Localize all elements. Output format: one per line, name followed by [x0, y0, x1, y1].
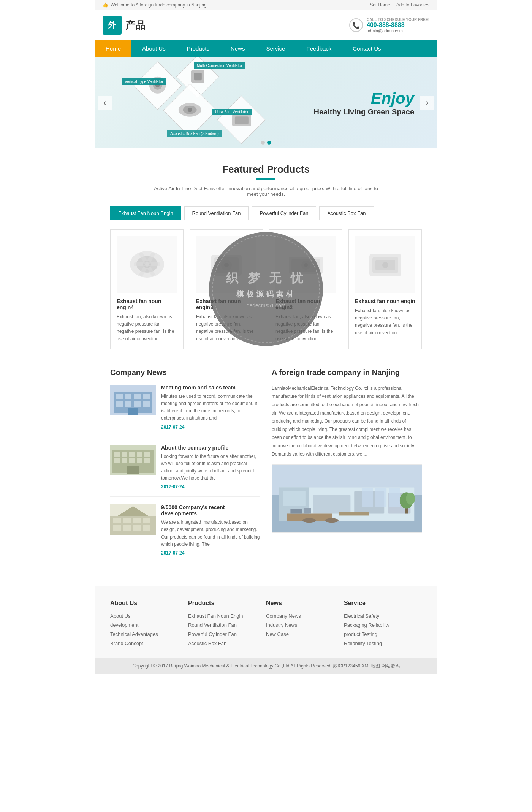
footer-col-news: News Company News Industry News New Case [266, 600, 344, 649]
footer-link-item[interactable]: Electrical Safety [344, 613, 422, 619]
nav-link-home[interactable]: Home [95, 40, 131, 57]
nav-item-products[interactable]: Products [176, 40, 220, 57]
footer-link-item[interactable]: New Case [266, 631, 344, 637]
product-desc-2: Exhaust fan, also known as negative pres… [196, 313, 256, 343]
footer-link-item[interactable]: Company News [266, 613, 344, 619]
product-card-3: Exhaust fan noun engin2 Exhaust fan, als… [269, 229, 342, 349]
nav-link-about[interactable]: About Us [131, 40, 176, 57]
topbar: 👍 Welcome to A foreign trade company in … [95, 0, 437, 10]
tab-round[interactable]: Round Ventilation Fan [184, 206, 249, 220]
nav-item-about[interactable]: About Us [131, 40, 176, 57]
email-text: admin@admin.com [367, 29, 429, 33]
label-vertical: Vertical Type Ventilator [122, 78, 166, 85]
news-item-text-3: We are a integrated manufacture,based on… [161, 519, 260, 548]
tab-exhaust[interactable]: Exhaust Fan Noun Engin [110, 206, 181, 220]
svg-rect-56 [133, 518, 141, 523]
about-title: A foreign trade company in Nanjing [272, 368, 422, 377]
footer-link[interactable]: Exhaust Fan Noun Engin [188, 613, 243, 619]
svg-rect-72 [339, 512, 369, 516]
hero-dot-2[interactable] [267, 141, 271, 145]
footer-link-item[interactable]: Brand Concept [110, 640, 188, 646]
footer-link[interactable]: Company News [266, 613, 301, 619]
svg-rect-38 [128, 408, 138, 415]
tab-cylinder[interactable]: Powerful Cylinder Fan [252, 206, 316, 220]
news-item-date-1: 2017-07-24 [161, 424, 260, 430]
hero-content: Vertical Type Ventilator Multi-Connectio… [95, 61, 437, 145]
thumb-icon: 👍 [103, 2, 108, 8]
svg-rect-54 [113, 518, 121, 523]
svg-rect-30 [116, 394, 123, 399]
nav-link-feedback[interactable]: Feedback [296, 40, 342, 57]
footer-col-list-news: Company News Industry News New Case [266, 613, 344, 637]
footer-link[interactable]: New Case [266, 631, 289, 637]
nav-item-service[interactable]: Service [255, 40, 296, 57]
footer-link[interactable]: product Testing [344, 631, 377, 637]
nav-item-contact[interactable]: Contact Us [342, 40, 391, 57]
nav-link-service[interactable]: Service [255, 40, 296, 57]
footer-link-item[interactable]: development [110, 622, 188, 628]
slider-next-button[interactable]: › [420, 96, 434, 110]
footer-link[interactable]: development [110, 622, 138, 628]
footer-link[interactable]: Packaging Reliability [344, 622, 390, 628]
product-card-2: Exhaust fan noun engin3 Exhaust fan, als… [190, 229, 263, 349]
about-desc: LanniaoMechanicalElectrical Technology C… [272, 385, 422, 458]
footer-col-title-about: About Us [110, 600, 188, 607]
footer-link-item[interactable]: Packaging Reliability [344, 622, 422, 628]
svg-rect-80 [362, 488, 373, 507]
logo[interactable]: 外 产品 [103, 16, 145, 35]
footer-link[interactable]: Electrical Safety [344, 613, 379, 619]
footer-link[interactable]: Reliability Testing [344, 640, 382, 646]
hero-dot-1[interactable] [261, 141, 265, 145]
footer-link[interactable]: Round Ventilation Fan [188, 622, 237, 628]
svg-rect-68 [313, 495, 351, 513]
footer-link-item[interactable]: Reliability Testing [344, 640, 422, 646]
slider-prev-button[interactable]: ‹ [98, 96, 112, 110]
product-desc-3: Exhaust fan, also known as negative pres… [276, 313, 336, 343]
footer-link-item[interactable]: Technical Advantages [110, 631, 188, 637]
svg-point-76 [325, 518, 339, 523]
footer-link-item[interactable]: Round Ventilation Fan [188, 622, 266, 628]
footer-col-title-news: News [266, 600, 344, 607]
footer-link-item[interactable]: Industry News [266, 622, 344, 628]
footer-link-item[interactable]: Exhaust Fan Noun Engin [188, 613, 266, 619]
contact-info: CALL TO SCHEDULE YOUR FREE! 400-888-8888… [367, 17, 429, 33]
welcome-text: Welcome to A foreign trade company in Na… [111, 2, 207, 8]
nav-item-feedback[interactable]: Feedback [296, 40, 342, 57]
footer-link-item[interactable]: About Us [110, 613, 188, 619]
news-item-text-1: Minutes are used to record, communicate … [161, 393, 260, 422]
footer-link[interactable]: About Us [110, 613, 130, 619]
footer-link-item[interactable]: Powerful Cylinder Fan [188, 631, 266, 637]
svg-rect-81 [375, 488, 387, 507]
product-desc-1: Exhaust fan, also known as negative pres… [117, 313, 177, 343]
footer-links: About Us About Us development Technical … [95, 586, 437, 658]
footer-link[interactable]: Acoustic Box Fan [188, 640, 226, 646]
news-item-title-1: Meeting room and sales team [161, 385, 260, 391]
footer-link[interactable]: Industry News [266, 622, 297, 628]
nav-link-news[interactable]: News [220, 40, 256, 57]
news-thumb-2 [110, 445, 156, 475]
featured-title: Featured Products [110, 164, 422, 175]
svg-rect-31 [125, 394, 131, 399]
tab-acoustic[interactable]: Acoustic Box Fan [319, 206, 374, 220]
nav-link-products[interactable]: Products [176, 40, 220, 57]
product-name-1: Exhaust fan noun engin4 [117, 298, 177, 310]
footer-link-item[interactable]: Acoustic Box Fan [188, 640, 266, 646]
nav-link-contact[interactable]: Contact Us [342, 40, 391, 57]
label-multi: Multi-Connection Ventilator [194, 62, 245, 69]
footer-link[interactable]: Technical Advantages [110, 631, 158, 637]
footer-col-title-products: Products [188, 600, 266, 607]
footer-link[interactable]: Brand Concept [110, 640, 143, 646]
nav-item-news[interactable]: News [220, 40, 256, 57]
footer-col-service: Service Electrical Safety Packaging Reli… [344, 600, 422, 649]
svg-rect-59 [123, 525, 131, 531]
footer-link-item[interactable]: product Testing [344, 631, 422, 637]
footer-col-about: About Us About Us development Technical … [110, 600, 188, 649]
footer-link[interactable]: Powerful Cylinder Fan [188, 631, 237, 637]
add-favorites-link[interactable]: Add to Favorites [396, 2, 429, 8]
nav-item-home[interactable]: Home [95, 40, 131, 57]
footer-bottom: Copyright © 2017 Beijing Waimao Mechanic… [95, 658, 437, 674]
copyright-text: Copyright © 2017 Beijing Waimao Mechanic… [132, 663, 399, 669]
set-home-link[interactable]: Set Home [370, 2, 390, 8]
topbar-left: 👍 Welcome to A foreign trade company in … [103, 2, 207, 8]
logo-text: 产品 [125, 19, 145, 32]
